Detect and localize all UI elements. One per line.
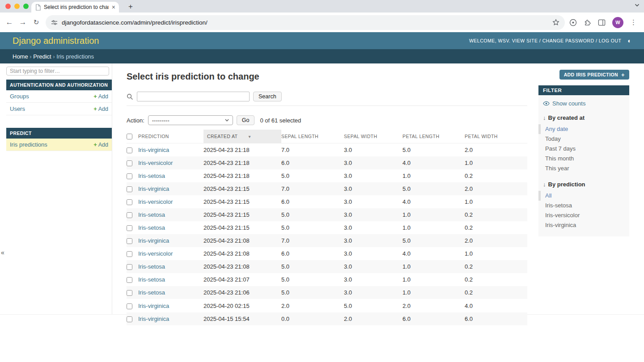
theme-toggle-icon[interactable]: ◐ xyxy=(628,37,631,44)
search-button[interactable]: Search xyxy=(253,92,282,101)
row-checkbox[interactable] xyxy=(127,251,132,257)
back-button[interactable]: ← xyxy=(3,16,16,29)
prediction-link[interactable]: Iris-setosa xyxy=(138,276,165,283)
go-button[interactable]: Go xyxy=(237,115,255,125)
sidebar-section-authentication-and-authorization: AUTHENTICATION AND AUTHORIZATIONGroups+A… xyxy=(6,80,112,115)
prediction-link[interactable]: Iris-setosa xyxy=(138,173,165,179)
filter-option-iris-versicolor[interactable]: Iris-versicolor xyxy=(538,210,629,220)
user-tools: WELCOME, WSV. VIEW SITE / CHANGE PASSWOR… xyxy=(469,38,622,43)
filter-option-iris-virginica[interactable]: Iris-virginica xyxy=(538,220,629,230)
add-label: Add xyxy=(98,106,108,112)
user-tool-change-password[interactable]: CHANGE PASSWORD xyxy=(542,38,594,43)
side-panel-icon[interactable] xyxy=(598,19,606,26)
row-checkbox[interactable] xyxy=(127,277,132,283)
select-all-checkbox[interactable] xyxy=(127,134,132,139)
filter-option-any-date[interactable]: Any date xyxy=(538,124,629,134)
row-checkbox[interactable] xyxy=(127,316,132,322)
column-header-sepal-width[interactable]: SEPAL WIDTH xyxy=(344,130,402,143)
plus-icon: + xyxy=(93,141,97,148)
row-checkbox[interactable] xyxy=(127,303,132,309)
prediction-link[interactable]: Iris-setosa xyxy=(138,211,165,218)
prediction-link[interactable]: Iris-virginica xyxy=(138,147,169,153)
filter-option-today[interactable]: Today xyxy=(538,134,629,144)
column-header-prediction[interactable]: PREDICTION xyxy=(138,130,203,143)
row-checkbox[interactable] xyxy=(127,199,132,205)
filter-group-heading-by-prediction[interactable]: ↓By prediction xyxy=(538,173,629,191)
minimize-window-button[interactable] xyxy=(14,4,20,9)
toolbar-right-icons: W ⋮ xyxy=(568,17,641,28)
close-window-button[interactable] xyxy=(5,4,11,9)
model-link[interactable]: Users xyxy=(10,105,25,112)
filter-group-heading-by-created-at[interactable]: ↓By created at xyxy=(538,107,629,124)
search-input[interactable] xyxy=(137,92,250,101)
bookmark-star-icon[interactable] xyxy=(552,19,559,26)
filter-option-iris-setosa[interactable]: Iris-setosa xyxy=(538,201,629,210)
cell-sepal-width: 3.0 xyxy=(344,156,402,169)
zoom-window-button[interactable] xyxy=(23,4,29,9)
tab-search-chevron-icon[interactable] xyxy=(635,4,640,7)
forward-button[interactable]: → xyxy=(16,16,30,29)
cell-petal-length: 1.0 xyxy=(402,260,465,273)
prediction-link[interactable]: Iris-versicolor xyxy=(138,250,173,257)
cell-sepal-width: 3.0 xyxy=(344,221,402,234)
model-link[interactable]: Iris predictions xyxy=(10,141,47,148)
row-checkbox[interactable] xyxy=(127,186,132,192)
row-checkbox[interactable] xyxy=(127,290,132,296)
row-checkbox[interactable] xyxy=(127,238,132,244)
column-header-sepal-length[interactable]: SEPAL LENGTH xyxy=(281,130,344,143)
table-row: Iris-versicolor2025-04-23 21:156.03.04.0… xyxy=(127,195,527,208)
add-link[interactable]: +Add xyxy=(93,105,108,112)
password-circle-icon[interactable] xyxy=(569,19,577,26)
filter-option-all[interactable]: All xyxy=(538,191,629,201)
row-checkbox[interactable] xyxy=(127,212,132,218)
reload-button[interactable]: ↻ xyxy=(30,16,43,29)
add-link[interactable]: +Add xyxy=(93,141,108,148)
breadcrumb-home[interactable]: Home xyxy=(13,53,28,60)
prediction-link[interactable]: Iris-setosa xyxy=(138,224,165,231)
sidebar-filter-input[interactable] xyxy=(6,67,109,76)
prediction-link[interactable]: Iris-virginica xyxy=(138,316,169,322)
tab-close-icon[interactable]: × xyxy=(112,4,115,10)
filter-option-past-7-days[interactable]: Past 7 days xyxy=(538,144,629,154)
prediction-link[interactable]: Iris-virginica xyxy=(138,237,169,244)
column-header-created-at[interactable]: CREATED AT▾ xyxy=(203,130,281,143)
site-title-link[interactable]: Django administration xyxy=(13,36,99,46)
address-bar[interactable]: djangofordatascience.com/admin/predict/i… xyxy=(46,15,565,30)
sidebar-item-iris-predictions[interactable]: Iris predictions+Add xyxy=(6,139,112,151)
selection-note: 0 of 61 selected xyxy=(260,117,301,124)
user-tool-view-site[interactable]: VIEW SITE xyxy=(512,38,538,43)
filter-option-this-month[interactable]: This month xyxy=(538,154,629,164)
row-checkbox[interactable] xyxy=(127,160,132,166)
browser-menu-icon[interactable]: ⋮ xyxy=(630,18,637,26)
filter-option-this-year[interactable]: This year xyxy=(538,164,629,173)
prediction-link[interactable]: Iris-versicolor xyxy=(138,160,173,166)
column-header-petal-length[interactable]: PETAL LENGTH xyxy=(402,130,465,143)
breadcrumb-predict[interactable]: Predict xyxy=(33,53,51,60)
prediction-link[interactable]: Iris-setosa xyxy=(138,263,165,270)
row-checkbox[interactable] xyxy=(127,264,132,270)
sidebar-collapse-toggle[interactable]: « xyxy=(1,249,4,256)
row-checkbox[interactable] xyxy=(127,147,132,153)
new-tab-button[interactable]: + xyxy=(125,1,136,12)
sidebar-item-users[interactable]: Users+Add xyxy=(6,103,112,115)
browser-tab[interactable]: Select iris prediction to chang × xyxy=(31,2,119,13)
show-counts-link[interactable]: Show counts xyxy=(538,95,629,107)
row-checkbox[interactable] xyxy=(127,225,132,231)
row-checkbox[interactable] xyxy=(127,173,132,179)
add-link[interactable]: +Add xyxy=(93,93,108,100)
filter-options: Any dateTodayPast 7 daysThis monthThis y… xyxy=(538,124,629,173)
url-text[interactable]: djangofordatascience.com/admin/predict/i… xyxy=(62,19,548,26)
prediction-link[interactable]: Iris-setosa xyxy=(138,289,165,296)
extensions-puzzle-icon[interactable] xyxy=(584,19,591,26)
model-link[interactable]: Groups xyxy=(10,93,29,100)
user-tool-log-out[interactable]: LOG OUT xyxy=(599,38,622,43)
action-select[interactable]: --------- xyxy=(148,115,233,125)
profile-avatar[interactable]: W xyxy=(612,17,623,28)
prediction-link[interactable]: Iris-virginica xyxy=(138,185,169,192)
add-iris-prediction-button[interactable]: ADD IRIS PREDICTION + xyxy=(559,70,629,80)
column-header-petal-width[interactable]: PETAL WIDTH xyxy=(465,130,527,143)
sidebar-item-groups[interactable]: Groups+Add xyxy=(6,90,112,103)
prediction-link[interactable]: Iris-virginica xyxy=(138,303,169,309)
site-settings-icon[interactable] xyxy=(51,19,58,26)
prediction-link[interactable]: Iris-versicolor xyxy=(138,198,173,205)
